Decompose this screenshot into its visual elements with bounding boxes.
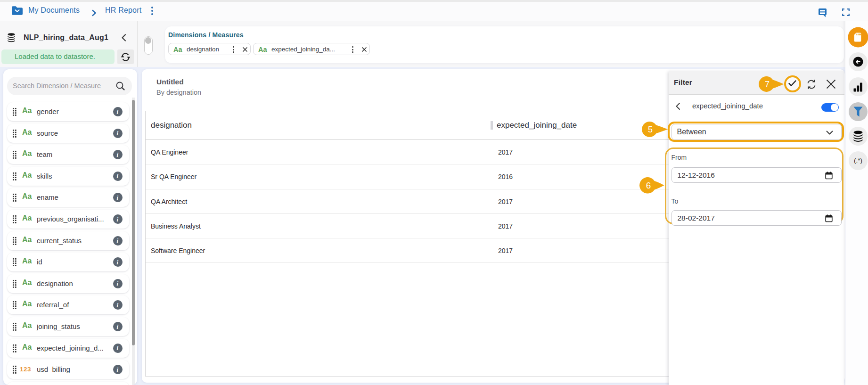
svg-text:6: 6 [646, 180, 651, 190]
svg-text:7: 7 [765, 80, 770, 89]
svg-text:5: 5 [648, 125, 653, 134]
